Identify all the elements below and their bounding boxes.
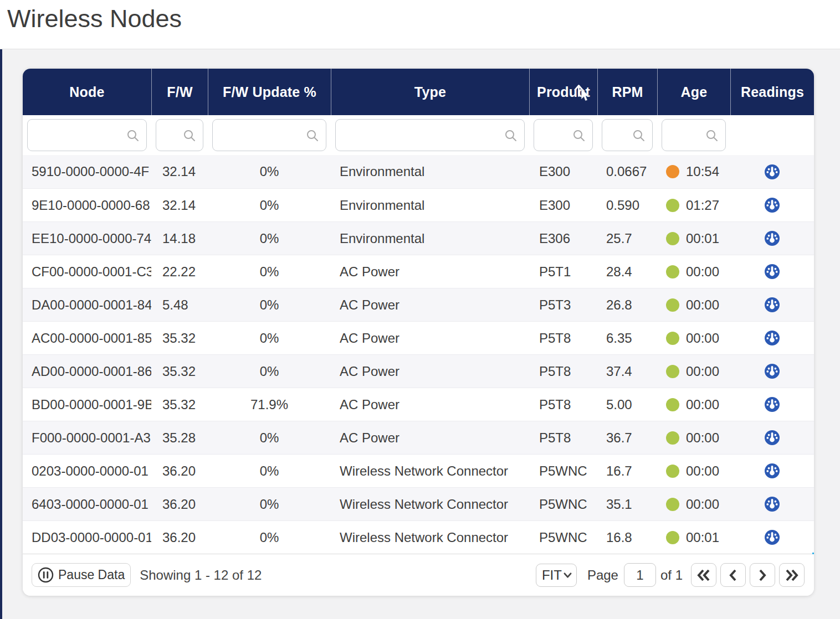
filter-input-box — [602, 119, 653, 151]
filter-input-f-w[interactable] — [156, 120, 203, 151]
column-header-readings[interactable]: Readings — [730, 69, 814, 115]
filter-input-box — [212, 119, 326, 151]
cell-fw-update: 0% — [208, 322, 331, 354]
column-header-label: Node — [69, 84, 104, 100]
readings-gauge-icon[interactable] — [765, 331, 780, 345]
cell-product: E300 — [529, 189, 597, 221]
double-chevron-right-icon — [784, 568, 800, 582]
table-row: BD00-0000-0001-9B35.3271.9%AC PowerP5T85… — [23, 388, 814, 421]
age-value: 00:00 — [686, 397, 719, 412]
filter-input-f-w-update-[interactable] — [213, 120, 326, 151]
previous-page-button[interactable] — [720, 563, 746, 587]
cell-rpm: 16.8 — [597, 521, 657, 554]
filter-input-box — [335, 119, 525, 151]
age-status-dot-green — [666, 498, 679, 511]
table-body: 5910-0000-0000-4F32.140%EnvironmentalE30… — [23, 155, 814, 554]
cell-rpm: 6.35 — [597, 322, 657, 354]
filter-input-product[interactable] — [534, 120, 592, 151]
readings-gauge-icon[interactable] — [765, 463, 780, 478]
page-size-select[interactable]: FIT — [536, 564, 577, 587]
filter-input-age[interactable] — [662, 120, 725, 151]
cell-readings — [730, 388, 814, 421]
column-header-label: Readings — [741, 84, 804, 100]
cell-product: E306 — [529, 222, 597, 255]
readings-gauge-icon[interactable] — [765, 198, 780, 213]
readings-gauge-icon[interactable] — [765, 164, 780, 179]
cell-fw-update: 0% — [208, 488, 331, 520]
cell-fw: 22.22 — [151, 255, 208, 288]
filter-cell — [730, 115, 814, 155]
readings-gauge-icon[interactable] — [765, 364, 780, 379]
filter-input-node[interactable] — [28, 120, 146, 151]
cell-type: Wireless Network Connector — [331, 488, 529, 520]
cell-fw-update: 0% — [208, 189, 331, 221]
cell-fw: 35.32 — [151, 322, 208, 354]
cell-product: P5T8 — [529, 388, 597, 421]
table-filter-row — [23, 115, 814, 155]
readings-gauge-icon[interactable] — [765, 397, 780, 412]
cell-fw: 32.14 — [151, 189, 208, 221]
cell-fw-update: 0% — [208, 521, 331, 554]
cell-fw-update: 0% — [208, 155, 331, 188]
column-header-node[interactable]: Node — [23, 69, 151, 115]
age-status-dot-green — [666, 531, 679, 544]
age-value: 00:00 — [686, 264, 719, 280]
cell-rpm: 35.1 — [597, 488, 657, 520]
cell-node: 0203-0000-0000-01 — [23, 455, 151, 487]
age-value: 00:01 — [686, 231, 719, 246]
first-page-button[interactable] — [691, 563, 716, 587]
cell-fw: 36.20 — [151, 521, 208, 554]
readings-gauge-icon[interactable] — [765, 430, 780, 445]
column-header-f-w-update-[interactable]: F/W Update % — [208, 69, 331, 115]
age-status-dot-green — [666, 431, 679, 445]
filter-input-type[interactable] — [336, 120, 524, 151]
of-pages-label: of 1 — [660, 568, 683, 583]
cell-fw-update: 0% — [208, 288, 331, 321]
cell-type: Wireless Network Connector — [331, 455, 529, 487]
sidebar-edge — [0, 49, 2, 619]
page-size-value: FIT — [542, 568, 562, 583]
cell-type: AC Power — [331, 255, 529, 288]
column-header-f-w[interactable]: F/W — [151, 69, 208, 115]
cell-type: Environmental — [331, 155, 529, 188]
cell-fw-update: 0% — [208, 421, 331, 454]
cell-rpm: 25.7 — [597, 222, 657, 255]
page-number-input[interactable] — [624, 563, 656, 587]
cell-readings — [730, 288, 814, 321]
cell-age: 01:27 — [657, 189, 730, 221]
readings-gauge-icon[interactable] — [765, 231, 780, 246]
cell-rpm: 0.590 — [597, 189, 657, 221]
age-status-dot-green — [666, 332, 679, 345]
filter-input-rpm[interactable] — [602, 120, 652, 151]
cell-age: 00:00 — [657, 322, 730, 354]
cell-readings — [730, 222, 814, 255]
readings-gauge-icon[interactable] — [765, 497, 780, 512]
cell-readings — [730, 355, 814, 388]
last-page-button[interactable] — [779, 563, 805, 587]
cell-readings — [730, 455, 814, 487]
cell-readings — [730, 421, 814, 454]
readings-gauge-icon[interactable] — [765, 297, 780, 312]
readings-gauge-icon[interactable] — [765, 530, 780, 545]
cell-readings — [730, 521, 814, 554]
cell-node: 9E10-0000-0000-68 — [23, 189, 151, 221]
cell-age: 00:00 — [657, 421, 730, 454]
cell-age: 00:00 — [657, 488, 730, 520]
filter-cell — [208, 115, 331, 155]
table-row: 5910-0000-0000-4F32.140%EnvironmentalE30… — [23, 155, 814, 188]
readings-gauge-icon[interactable] — [765, 264, 780, 279]
content-panel: NodeF/WF/W Update %TypeProductRPMAgeRead… — [0, 49, 840, 619]
column-header-rpm[interactable]: RPM — [597, 69, 657, 115]
cell-age: 00:01 — [657, 521, 730, 554]
table-row: F000-0000-0001-A335.280%AC PowerP5T836.7… — [23, 421, 814, 454]
column-header-type[interactable]: Type — [331, 69, 529, 115]
next-page-button[interactable] — [750, 563, 775, 587]
filter-cell — [657, 115, 730, 155]
cell-fw: 36.20 — [151, 455, 208, 487]
cell-node: EE10-0000-0000-74 — [23, 222, 151, 255]
pause-data-button[interactable]: Pause Data — [32, 563, 131, 587]
chevron-right-icon — [755, 568, 770, 582]
column-header-age[interactable]: Age — [657, 69, 730, 115]
column-header-product[interactable]: Product — [529, 69, 597, 115]
filter-input-box — [534, 119, 593, 151]
